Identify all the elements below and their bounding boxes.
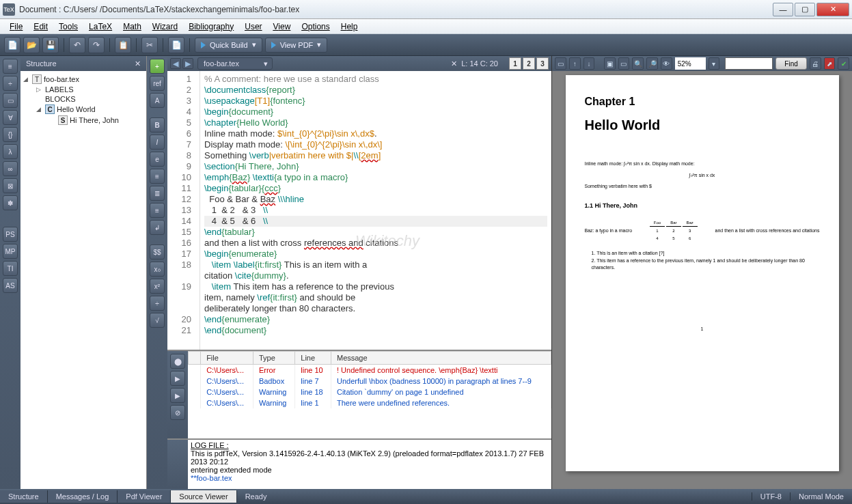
next-tab-button[interactable]: ▶ <box>182 58 193 69</box>
menu-wizard[interactable]: Wizard <box>147 20 183 33</box>
pdf-eye-button[interactable]: 👁 <box>661 57 672 70</box>
as-button[interactable]: AS <box>3 278 18 293</box>
message-row[interactable]: C:\Users\...Warningline 1There were unde… <box>189 397 551 408</box>
new-file-button[interactable]: 📄 <box>4 37 20 53</box>
file-tab[interactable]: foo-bar.tex <box>197 57 273 70</box>
message-row[interactable]: C:\Users\...Warningline 18Citation `dumm… <box>189 387 551 397</box>
tree-root[interactable]: ◢Tfoo-bar.tex <box>23 74 143 85</box>
menu-tools[interactable]: Tools <box>53 20 83 33</box>
code-line[interactable]: \begin{enumerate} <box>204 249 547 260</box>
pdf-up-button[interactable]: ↑ <box>569 57 581 70</box>
inline-math-button[interactable]: $$ <box>150 244 165 260</box>
structure-close-icon[interactable]: ✕ <box>135 59 141 68</box>
menu-view[interactable]: View <box>268 20 297 33</box>
quick-build-button[interactable]: Quick Build▾ <box>195 38 262 53</box>
font-button[interactable]: A <box>150 93 165 108</box>
view-3-button[interactable]: 3 <box>536 57 549 70</box>
view-pdf-button[interactable]: View PDF▾ <box>265 38 328 53</box>
pdf-external-button[interactable]: ⬈ <box>824 57 836 70</box>
code-line[interactable]: \usepackage[T1]{fontenc} <box>204 96 547 107</box>
message-row[interactable]: C:\Users\...Errorline 10! Undefined cont… <box>189 365 551 376</box>
code-editor[interactable]: 123456789101112131415161718192021 % A co… <box>167 71 551 350</box>
save-button[interactable]: 💾 <box>42 37 59 53</box>
code-line[interactable]: Display math mode: \[\int_{0}^{2\pi}\sin… <box>204 139 547 150</box>
star-button[interactable]: ✽ <box>3 195 18 210</box>
bold-button[interactable]: B <box>150 117 165 132</box>
subsection-button[interactable]: ∀ <box>3 110 18 125</box>
pdf-viewport[interactable]: Chapter 1 Hello World Inline math mode: … <box>552 71 852 489</box>
pdf-zoom-in-button[interactable]: 🔍 <box>632 57 644 70</box>
code-line[interactable]: citation \cite{dummy}. <box>204 270 547 281</box>
lambda-button[interactable]: λ <box>3 144 18 159</box>
pdf-check-button[interactable]: ✔ <box>838 57 849 70</box>
code-line[interactable]: \begin{tabular}{ccc} <box>204 183 547 194</box>
maximize-button[interactable]: ▢ <box>795 3 815 16</box>
center-align-button[interactable]: ≣ <box>150 186 165 201</box>
code-line[interactable]: and then a list with cross references an… <box>204 238 547 249</box>
pdf-print-button[interactable]: 🖨 <box>810 57 821 70</box>
code-line[interactable]: \chapter{Hello World} <box>204 117 547 128</box>
code-line[interactable]: item, namely \ref{it:first} and should b… <box>204 292 547 303</box>
messages-table[interactable]: FileTypeLineMessageC:\Users\...Errorline… <box>188 351 551 438</box>
redo-button[interactable]: ↷ <box>88 37 105 53</box>
view-2-button[interactable]: 2 <box>523 57 535 70</box>
paste-button[interactable]: 📄 <box>168 37 184 53</box>
code-line[interactable]: \end{tabular} <box>204 227 547 238</box>
tree-chapter[interactable]: ◢CHello World <box>23 104 143 115</box>
code-line[interactable]: Foo & Bar & Baz \\\hline <box>204 194 547 205</box>
close-tab-icon[interactable]: ✕ <box>451 59 457 68</box>
code-line[interactable]: \item This item has a reference to the p… <box>204 281 547 292</box>
msg-nav-prev-button[interactable]: ▶ <box>170 388 185 403</box>
product-button[interactable]: ⊠ <box>3 178 18 193</box>
copy-button[interactable]: 📋 <box>115 37 131 53</box>
item-plus-button[interactable]: + <box>150 59 165 74</box>
prev-tab-button[interactable]: ◀ <box>170 58 181 69</box>
infinity-button[interactable]: ∞ <box>3 161 18 176</box>
msg-filter-error-button[interactable]: ⬤ <box>170 354 185 369</box>
pdf-zoom-level[interactable]: 52% <box>675 57 706 70</box>
fraction-button[interactable]: ÷ <box>150 296 165 311</box>
code-line[interactable]: deliberately longer than 80 characters. <box>204 303 547 314</box>
msg-clear-button[interactable]: ⊘ <box>170 405 185 420</box>
pdf-zoom-drop-button[interactable]: ▾ <box>709 57 720 70</box>
menu-bibliography[interactable]: Bibliography <box>183 20 239 33</box>
pdf-find-button[interactable]: Find <box>775 57 806 70</box>
pdf-search-input[interactable] <box>725 57 773 70</box>
superscript-button[interactable]: x² <box>150 279 165 294</box>
open-file-button[interactable]: 📂 <box>23 37 40 53</box>
code-line[interactable]: Something \verb|verbatim here with $|\\[… <box>204 150 547 161</box>
pdf-down-button[interactable]: ↓ <box>583 57 595 70</box>
undo-button[interactable]: ↶ <box>69 37 85 53</box>
code-line[interactable]: \emph{Baz} \textti{a typo in a macro} <box>204 172 547 183</box>
mp-button[interactable]: MP <box>3 244 18 259</box>
log-output[interactable]: LOG FILE : This is pdfTeX, Version 3.141… <box>188 440 551 489</box>
code-line[interactable]: \begin{document} <box>204 107 547 117</box>
tree-blocks[interactable]: BLOCKS <box>23 94 143 104</box>
msg-nav-next-button[interactable]: ▶ <box>170 371 185 386</box>
chapter-button[interactable]: ÷ <box>3 76 18 91</box>
menu-options[interactable]: Options <box>296 20 335 33</box>
code-line[interactable]: \end{document} <box>204 325 547 336</box>
ps-button[interactable]: PS <box>3 227 18 242</box>
code-line[interactable]: 4 & 5 & 6 \\ <box>204 216 547 227</box>
italic-button[interactable]: I <box>150 135 165 150</box>
part-button[interactable]: ≡ <box>3 59 18 74</box>
code-line[interactable]: Inline math mode: $\int_{0}^{2\pi}\sin x… <box>204 128 547 139</box>
ref-button[interactable]: ref <box>150 76 165 91</box>
menu-file[interactable]: File <box>4 20 28 33</box>
tree-section[interactable]: SHi There, John <box>23 115 143 126</box>
pdf-fit-button[interactable]: ▣ <box>604 57 616 70</box>
pdf-page-button[interactable]: ▭ <box>555 57 566 70</box>
code-line[interactable]: \section{Hi There, John} <box>204 161 547 172</box>
menu-user[interactable]: User <box>239 20 267 33</box>
menu-edit[interactable]: Edit <box>28 20 53 33</box>
close-button[interactable]: ✕ <box>816 3 849 16</box>
status-tab-structure[interactable]: Structure <box>0 490 48 503</box>
subscript-button[interactable]: x₀ <box>150 262 165 277</box>
ti-button[interactable]: TI <box>3 261 18 276</box>
section-button[interactable]: ▭ <box>3 93 18 108</box>
newline-button[interactable]: ↲ <box>150 220 165 235</box>
status-tab-pdf-viewer[interactable]: Pdf Viewer <box>118 490 171 503</box>
sqrt-button[interactable]: √ <box>150 313 165 328</box>
right-align-button[interactable]: ≡ <box>150 203 165 218</box>
